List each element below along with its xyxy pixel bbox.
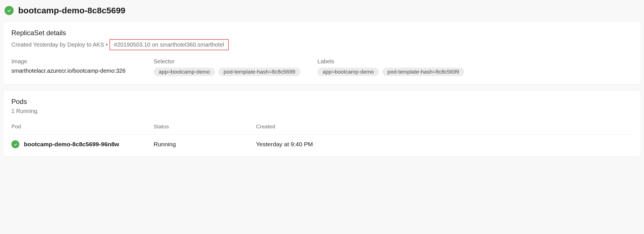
- created-text: Created Yesterday by Deploy to AKS: [11, 41, 104, 48]
- pod-name: bootcamp-demo-8c8c5699-96n8w: [24, 141, 119, 148]
- selector-pills: app=bootcamp-demo pod-template-hash=8c8c…: [154, 68, 300, 76]
- replicaset-details-card: ReplicaSet details Created Yesterday by …: [3, 22, 641, 84]
- label-pill: app=bootcamp-demo: [317, 68, 379, 76]
- page-title: bootcamp-demo-8c8c5699: [18, 6, 125, 15]
- labels-column: Labels app=bootcamp-demo pod-template-ha…: [317, 58, 464, 76]
- pod-status: Running: [154, 141, 256, 148]
- pods-card: Pods 1 Running Pod Status Created bootca…: [3, 91, 641, 156]
- pod-cell: bootcamp-demo-8c8c5699-96n8w: [11, 140, 154, 148]
- page-header: bootcamp-demo-8c8c5699: [3, 3, 641, 22]
- image-label: Image: [11, 58, 137, 65]
- col-header-pod: Pod: [11, 124, 154, 130]
- label-pill: pod-template-hash=8c8c5699: [382, 68, 464, 76]
- selector-column: Selector app=bootcamp-demo pod-template-…: [154, 58, 300, 76]
- pods-header-row: Pod Status Created: [11, 124, 633, 135]
- pods-title: Pods: [11, 98, 633, 106]
- details-grid: Image smarthotelacr.azurecr.io/bootcamp-…: [11, 58, 633, 76]
- labels-pills: app=bootcamp-demo pod-template-hash=8c8c…: [317, 68, 464, 76]
- pods-table: Pod Status Created bootcamp-demo-8c8c569…: [11, 124, 633, 148]
- image-value: smarthotelacr.azurecr.io/bootcamp-demo:3…: [11, 68, 137, 74]
- selector-pill: pod-template-hash=8c8c5699: [218, 68, 300, 76]
- status-success-icon: [5, 6, 14, 15]
- col-header-status: Status: [154, 124, 256, 130]
- pod-created: Yesterday at 9:40 PM: [256, 141, 633, 148]
- selector-label: Selector: [154, 58, 300, 65]
- selector-pill: app=bootcamp-demo: [154, 68, 215, 76]
- table-row[interactable]: bootcamp-demo-8c8c5699-96n8w Running Yes…: [11, 135, 633, 148]
- separator-dot: •: [106, 41, 108, 48]
- details-title: ReplicaSet details: [11, 29, 633, 37]
- status-success-icon: [11, 140, 19, 148]
- image-column: Image smarthotelacr.azurecr.io/bootcamp-…: [11, 58, 137, 76]
- labels-label: Labels: [317, 58, 464, 65]
- pods-subtitle: 1 Running: [11, 108, 633, 114]
- build-link[interactable]: #20190503.10 on smarthotel360.smarthotel: [110, 39, 229, 50]
- col-header-created: Created: [256, 124, 633, 130]
- created-line: Created Yesterday by Deploy to AKS • #20…: [11, 39, 633, 50]
